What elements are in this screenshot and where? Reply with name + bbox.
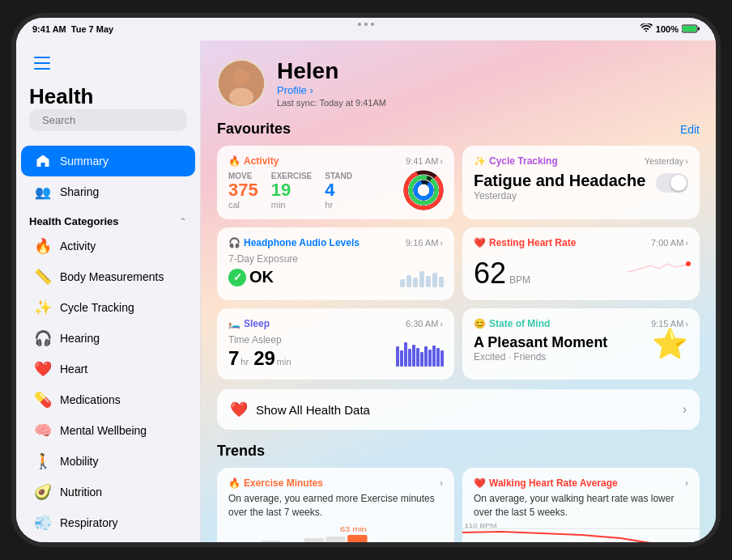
svg-rect-2	[698, 27, 700, 30]
state-of-mind-card[interactable]: 😊 State of Mind 9:15 AM › A Pleasant Mom…	[462, 308, 700, 380]
svg-rect-24	[426, 276, 431, 287]
cycle-symptom-date: Yesterday	[474, 190, 688, 202]
svg-rect-22	[413, 278, 418, 287]
sidebar-item-nutrition[interactable]: 🥑 Nutrition	[21, 477, 195, 507]
move-value: 375	[228, 180, 258, 200]
search-bar[interactable]	[29, 109, 187, 131]
headphone-card-header: 🎧 Headphone Audio Levels 9:16 AM ›	[228, 237, 443, 248]
sidebar-item-body-measurements[interactable]: 📏 Body Measurements	[21, 261, 195, 292]
mental-icon: 🧠	[34, 422, 52, 439]
walking-hr-trend-title: ❤️ Walking Heart Rate Average ›	[474, 477, 688, 489]
trends-grid: 🔥 Exercise Minutes › On average, you ear…	[217, 468, 700, 542]
sidebar-toggle-button[interactable]	[29, 50, 55, 76]
svg-rect-33	[416, 348, 419, 367]
stand-unit: hr	[325, 200, 352, 210]
cycle-toggle[interactable]	[656, 173, 688, 193]
medications-icon: 💊	[34, 391, 52, 409]
activity-icon: 🔥	[34, 237, 52, 255]
toggle-knob	[670, 175, 687, 191]
walking-hr-trend-desc: On average, your walking heart rate was …	[474, 492, 688, 520]
favourites-header: Favourites Edit	[217, 121, 700, 138]
date: Tue 7 May	[71, 24, 113, 34]
favourites-grid: 🔥 Activity 9:41 AM › Move	[217, 146, 700, 380]
main-content: Helen Profile › Last sync: Today at 9:41…	[201, 40, 716, 542]
hearing-label: Hearing	[60, 332, 100, 345]
svg-point-13	[234, 70, 249, 85]
body-icon: 📏	[34, 268, 52, 286]
device-frame: 9:41 AM Tue 7 May 100% He	[11, 13, 721, 547]
battery-icon	[682, 24, 700, 35]
sleep-minutes: 29	[253, 347, 275, 370]
hearing-icon: 🎧	[34, 329, 52, 347]
cycle-card-time: Yesterday ›	[645, 156, 688, 166]
cycle-card-title: ✨ Cycle Tracking	[474, 155, 558, 167]
walking-hr-chart: 110 BPM 98	[462, 520, 700, 542]
rhr-value: 62	[474, 257, 506, 291]
sidebar-item-sleep[interactable]: 🛏️ Sleep	[21, 538, 195, 542]
svg-rect-31	[408, 349, 411, 367]
svg-rect-46	[347, 535, 367, 542]
edit-button[interactable]: Edit	[680, 123, 700, 136]
svg-text:110 BPM: 110 BPM	[464, 522, 496, 529]
sidebar-item-mobility[interactable]: 🚶 Mobility	[21, 446, 195, 477]
heart-rate-chart	[627, 248, 692, 280]
sidebar-item-heart[interactable]: ❤️ Heart	[21, 354, 195, 384]
headphone-card-time: 9:16 AM ›	[406, 238, 443, 248]
sleep-card-title: 🛏️ Sleep	[228, 318, 270, 329]
svg-rect-20	[400, 279, 405, 287]
sidebar-item-summary[interactable]: Summary	[21, 146, 195, 176]
walking-heart-rate-trend[interactable]: ❤️ Walking Heart Rate Average › On avera…	[462, 468, 700, 542]
cycle-icon: ✨	[34, 299, 52, 316]
activity-card-time: 9:41 AM ›	[406, 156, 443, 166]
avatar	[217, 59, 266, 108]
search-input[interactable]	[42, 114, 178, 126]
profile-area: Helen Profile › Last sync: Today at 9:41…	[217, 50, 700, 121]
exercise-trend-title: 🔥 Exercise Minutes ›	[228, 477, 443, 489]
cycle-tracking-card[interactable]: ✨ Cycle Tracking Yesterday › Fatigue and…	[462, 146, 700, 219]
svg-rect-34	[420, 352, 423, 367]
sidebar-item-medications[interactable]: 💊 Medications	[21, 384, 195, 415]
svg-rect-39	[440, 350, 444, 367]
sidebar-item-cycle-tracking[interactable]: ✨ Cycle Tracking	[21, 292, 195, 323]
sidebar-item-respiratory[interactable]: 💨 Respiratory	[21, 507, 195, 538]
headphone-card-title: 🎧 Headphone Audio Levels	[228, 237, 360, 248]
exercise-minutes-trend[interactable]: 🔥 Exercise Minutes › On average, you ear…	[217, 468, 454, 542]
exercise-unit: min	[271, 200, 313, 210]
sidebar-item-activity[interactable]: 🔥 Activity	[21, 231, 195, 261]
chevron-right-icon: ›	[440, 156, 443, 166]
avatar-image	[219, 61, 264, 106]
profile-link[interactable]: Profile ›	[277, 84, 386, 96]
mobility-icon: 🚶	[34, 452, 52, 470]
respiratory-icon: 💨	[34, 514, 52, 532]
body-label: Body Measurements	[60, 270, 164, 283]
sidebar-item-mental-wellbeing[interactable]: 🧠 Mental Wellbeing	[21, 415, 195, 446]
show-all-left: ❤️ Show All Health Data	[230, 401, 370, 418]
sleep-hr-label: hr	[240, 357, 249, 367]
exercise-value: 19	[271, 180, 313, 200]
svg-rect-30	[404, 342, 407, 367]
resting-heart-rate-card[interactable]: ❤️ Resting Heart Rate 7:00 AM › 62 BPM	[462, 227, 700, 300]
sidebar-item-hearing[interactable]: 🎧 Hearing	[21, 323, 195, 354]
sleep-card[interactable]: 🛏️ Sleep 6:30 AM › Time Asleep 7 hr	[217, 308, 454, 380]
sidebar-item-sharing[interactable]: 👥 Sharing	[21, 176, 195, 207]
activity-card[interactable]: 🔥 Activity 9:41 AM › Move	[217, 146, 454, 219]
stand-value: 4	[325, 180, 352, 200]
heart-icon: ❤️	[34, 360, 52, 378]
sync-text: Last sync: Today at 9:41AM	[277, 98, 386, 108]
categories-header: Health Categories ⌃	[16, 207, 200, 231]
rhr-card-title: ❤️ Resting Heart Rate	[474, 237, 576, 248]
headphone-card[interactable]: 🎧 Headphone Audio Levels 9:16 AM › 7-Day…	[217, 227, 454, 300]
cycle-label: Cycle Tracking	[60, 301, 134, 314]
chevron-right-icon: ›	[683, 402, 687, 417]
sidebar: Health Summary 👥 Sharing	[16, 40, 201, 542]
svg-rect-26	[439, 277, 444, 287]
chevron-right-icon: ›	[685, 238, 688, 248]
svg-point-19	[415, 182, 432, 198]
window-dots	[358, 23, 374, 26]
heart-show-all-icon: ❤️	[230, 401, 248, 418]
show-all-health-data[interactable]: ❤️ Show All Health Data ›	[217, 389, 700, 430]
heart-red-icon: ❤️	[474, 237, 486, 248]
star-emoji: ⭐	[652, 327, 688, 361]
svg-rect-4	[34, 62, 50, 64]
sleep-min-label: min	[277, 357, 292, 367]
